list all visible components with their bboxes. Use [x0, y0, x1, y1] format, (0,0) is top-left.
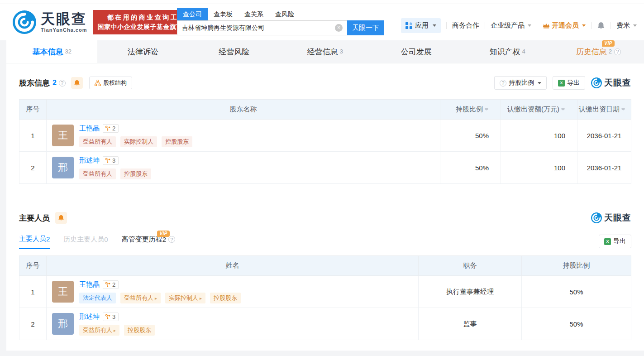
person-cell: 王 王艳晶	[47, 276, 419, 308]
personnel-section: 主要人员 天眼查 主要人员2	[6, 184, 644, 340]
logo-domain: TianYanCha.com	[41, 27, 87, 33]
relations-badge[interactable]: 2	[103, 124, 119, 133]
tab-intellectual-property[interactable]: 知识产权4	[462, 40, 553, 63]
index-cell: 2	[19, 152, 47, 184]
vip-badge: VIP	[157, 231, 170, 237]
col-header-date-sortable[interactable]: 认缴出资日期	[577, 100, 631, 120]
help-icon[interactable]: ?	[168, 236, 175, 243]
subtab-historical-personnel[interactable]: 历史主要人员0	[63, 235, 108, 249]
nav-cooperation[interactable]: 商务合作	[452, 21, 479, 30]
tab-business-info[interactable]: 经营信息3	[280, 40, 371, 63]
table-row: 2 邢 邢述坤	[19, 152, 631, 184]
tab-company-development[interactable]: 公司发展	[371, 40, 462, 63]
col-header-index: 序号	[19, 256, 47, 276]
graph-icon	[105, 158, 111, 164]
relations-badge[interactable]: 3	[103, 313, 119, 321]
person-name-link[interactable]: 邢述坤	[79, 313, 100, 321]
search-tab-boss[interactable]: 查老板	[208, 8, 239, 20]
col-header-ratio-sortable[interactable]: 持股比例	[440, 100, 501, 120]
ratio-cell: 50%	[522, 308, 631, 340]
equity-structure-button[interactable]: 股权结构	[89, 77, 132, 89]
search-button[interactable]: 天眼一下	[347, 20, 384, 35]
nav-vip-membership[interactable]: 开通会员	[543, 21, 586, 30]
help-icon[interactable]: ?	[59, 80, 66, 87]
shareholders-section: 股东信息 2 ? 股权结构 ? 持股比例	[6, 63, 644, 184]
shareholder-name-link[interactable]: 王艳晶	[79, 124, 100, 133]
shareholders-table: 序号 股东名称 持股比例 认缴出资额(万元) 认缴出资日期 1 王	[19, 99, 631, 184]
search-input[interactable]	[177, 20, 347, 35]
subscribe-bell-icon[interactable]	[71, 77, 83, 89]
personnel-title: 主要人员	[19, 213, 50, 223]
relations-badge[interactable]: 3	[103, 156, 119, 165]
legal-rep-tag[interactable]: 法定代表人	[79, 293, 116, 303]
ratio-filter-button[interactable]: ? 持股比例	[494, 76, 547, 90]
role-tag: 控股股东	[210, 293, 241, 303]
shareholder-cell: 邢 邢述坤	[47, 152, 440, 184]
col-header-name: 姓名	[47, 256, 419, 276]
export-button[interactable]: X 导出	[599, 235, 631, 248]
table-row: 1 王 王艳晶	[19, 276, 631, 308]
divider	[446, 22, 447, 29]
divider	[591, 22, 592, 29]
ratio-cell: 50%	[522, 276, 631, 308]
role-tag[interactable]: 受益所有人	[79, 325, 119, 336]
apps-grid-icon	[405, 22, 412, 29]
index-cell: 1	[19, 276, 47, 308]
help-icon[interactable]: ?	[614, 48, 621, 55]
person-cell: 邢 邢述坤	[47, 308, 419, 340]
nav-user-menu[interactable]: 费米	[616, 21, 637, 30]
col-header-amount-sortable[interactable]: 认缴出资额(万元)	[501, 100, 577, 120]
crown-icon	[543, 23, 550, 29]
role-tag: 控股股东	[162, 136, 192, 147]
col-header-index: 序号	[19, 100, 47, 120]
amount-cell: 100	[501, 152, 577, 184]
search-tab-risk[interactable]: 查风险	[269, 8, 300, 20]
ratio-cell: 50%	[440, 152, 501, 184]
header-nav: 应用 商务合作 企业级产品 开通会员 费米	[401, 18, 637, 33]
role-tag: 受益所有人	[79, 136, 116, 147]
graph-icon	[105, 125, 111, 131]
sort-icon	[621, 106, 625, 112]
shareholders-title: 股东信息	[19, 78, 50, 88]
position-cell: 执行董事兼经理	[419, 276, 522, 308]
apps-menu-button[interactable]: 应用	[401, 18, 441, 33]
personnel-table: 序号 姓名 职务 持股比例 1 王 王艳晶	[19, 255, 631, 340]
clear-icon[interactable]: ×	[335, 24, 343, 32]
site-logo[interactable]: 天眼查 TianYanCha.com	[13, 10, 87, 34]
page-tab-bar: 基本信息32 法律诉讼 经营风险 经营信息3 公司发展 知识产权4 历史信息2 …	[6, 40, 644, 63]
tab-basic-info[interactable]: 基本信息32	[6, 40, 97, 63]
subtab-executive-changes[interactable]: 高管变更历程2 VIP ?	[122, 235, 175, 249]
tab-history-info[interactable]: 历史信息2 VIP ?	[553, 40, 644, 63]
avatar[interactable]: 王	[52, 125, 74, 146]
date-cell: 2036-01-21	[577, 120, 631, 152]
avatar[interactable]: 王	[52, 281, 74, 303]
col-header-ratio: 持股比例	[522, 256, 631, 276]
relations-badge[interactable]: 2	[103, 280, 119, 289]
tianyancha-watermark: 天眼查	[591, 212, 631, 224]
date-cell: 2036-01-21	[577, 152, 631, 184]
tab-operational-risk[interactable]: 经营风险	[189, 40, 280, 63]
search-area: 查公司 查老板 查关系 查风险 × 天眼一下	[177, 8, 384, 35]
shareholder-name-link[interactable]: 邢述坤	[79, 156, 100, 165]
personnel-subtabs: 主要人员2 历史主要人员0 高管变更历程2 VIP ? X 导出	[19, 235, 631, 249]
subtab-key-personnel[interactable]: 主要人员2	[19, 235, 50, 249]
table-row: 1 王 王艳晶	[19, 120, 631, 152]
subscribe-bell-icon[interactable]	[55, 212, 67, 224]
search-tab-relation[interactable]: 查关系	[239, 8, 269, 20]
avatar[interactable]: 邢	[52, 157, 74, 178]
search-tab-company[interactable]: 查公司	[177, 8, 208, 20]
avatar[interactable]: 邢	[52, 313, 74, 335]
role-tag[interactable]: 实际控制人	[165, 293, 205, 303]
notification-bell-icon[interactable]	[597, 22, 605, 30]
person-name-link[interactable]: 王艳晶	[79, 280, 100, 289]
col-header-position: 职务	[419, 256, 522, 276]
site-header: 天眼查 TianYanCha.com 都在用的商业查询工具 国家中小企业发展子基…	[0, 4, 644, 40]
tab-legal-proceedings[interactable]: 法律诉讼	[97, 40, 188, 63]
sort-icon	[485, 106, 489, 112]
graph-icon	[105, 282, 111, 288]
table-header-row: 序号 姓名 职务 持股比例	[19, 256, 631, 276]
nav-enterprise[interactable]: 企业级产品	[491, 21, 531, 30]
export-button[interactable]: X 导出	[553, 76, 585, 90]
role-tag[interactable]: 受益所有人	[120, 293, 161, 303]
graph-icon	[105, 314, 111, 320]
